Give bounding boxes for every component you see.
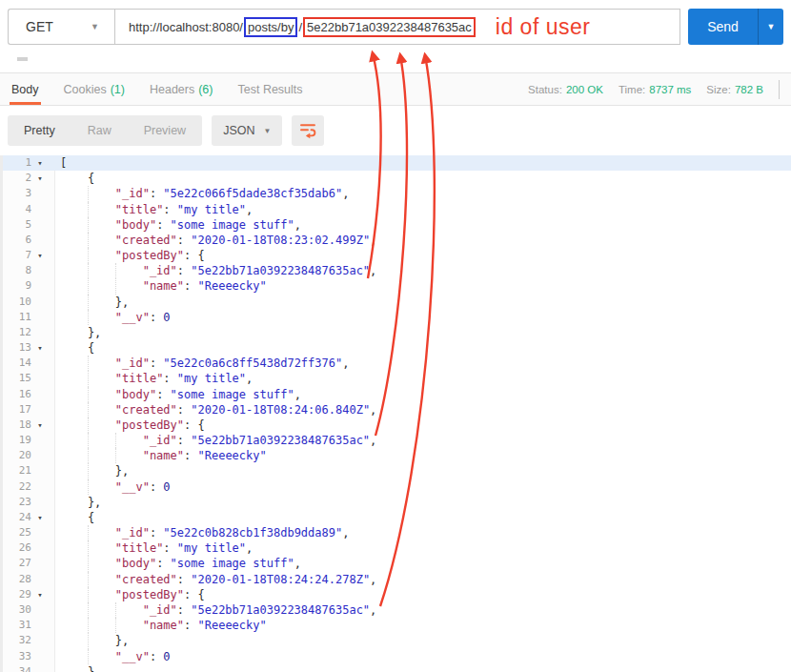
view-raw-button[interactable]: Raw bbox=[71, 115, 128, 146]
code-line: 19"_id": "5e22bb71a0392238487635ac", bbox=[0, 433, 791, 448]
gutter: 20 bbox=[0, 448, 55, 463]
code-lines: 1▾[2▾{3"_id": "5e22c066f5dade38cf35dab6"… bbox=[0, 155, 791, 672]
token-p: , bbox=[294, 218, 301, 232]
indent-guide bbox=[88, 572, 115, 587]
code-line: 26"title": "my title", bbox=[0, 540, 791, 556]
tab-label: Test Results bbox=[237, 83, 302, 96]
format-dropdown[interactable]: JSON ▼ bbox=[212, 115, 282, 146]
gutter: 17 bbox=[0, 402, 55, 417]
gutter: 5 bbox=[0, 217, 55, 233]
token-k: "__v" bbox=[115, 480, 150, 494]
line-number: 20 bbox=[3, 448, 31, 463]
token-p: : bbox=[163, 203, 176, 216]
indent-guide bbox=[88, 248, 115, 263]
gutter: 13▾ bbox=[0, 340, 55, 356]
indent-guide bbox=[88, 371, 115, 386]
token-s: "some image stuff" bbox=[171, 557, 294, 570]
meta-divider bbox=[779, 80, 780, 99]
token-k: "_id" bbox=[143, 603, 177, 617]
token-p: : bbox=[156, 218, 170, 232]
indent-guide bbox=[60, 233, 88, 248]
tab-body[interactable]: Body bbox=[11, 73, 39, 105]
background-tab-fragment bbox=[17, 57, 28, 61]
indent-guide bbox=[88, 633, 115, 648]
tab-test-results[interactable]: Test Results bbox=[237, 73, 302, 105]
gutter: 16 bbox=[0, 387, 55, 402]
view-preview-button[interactable]: Preview bbox=[128, 115, 202, 146]
tab-headers[interactable]: Headers (6) bbox=[150, 73, 213, 105]
token-k: "__v" bbox=[115, 650, 150, 663]
indent-guide bbox=[60, 556, 88, 571]
token-k: "title" bbox=[115, 541, 164, 555]
send-button[interactable]: Send bbox=[688, 9, 758, 45]
token-p: : bbox=[156, 557, 170, 570]
code-line: 24▾{ bbox=[0, 510, 791, 525]
line-content: "title": "my title", bbox=[55, 371, 253, 386]
line-content: "created": "2020-01-18T08:24:24.278Z", bbox=[55, 572, 376, 587]
line-number: 7 bbox=[3, 248, 31, 263]
code-line: 11"__v": 0 bbox=[0, 310, 791, 325]
indent-guide bbox=[60, 463, 88, 479]
code-line: 12}, bbox=[0, 325, 791, 340]
line-content: "created": "2020-01-18T08:24:06.840Z", bbox=[55, 402, 376, 417]
token-p: { bbox=[88, 511, 94, 524]
gutter: 24▾ bbox=[0, 510, 55, 525]
fold-toggle[interactable]: ▾ bbox=[31, 171, 49, 186]
token-s: "5e22bb71a0392238487635ac" bbox=[191, 603, 370, 617]
token-d: 0 bbox=[163, 311, 170, 324]
method-label: GET bbox=[26, 19, 53, 34]
fold-toggle[interactable]: ▾ bbox=[31, 510, 49, 525]
token-s: "5e22bb71a0392238487635ac" bbox=[191, 264, 370, 277]
line-content: "__v": 0 bbox=[55, 310, 171, 325]
gutter: 4 bbox=[0, 202, 55, 217]
tab-label: Body bbox=[11, 83, 39, 96]
gutter: 14 bbox=[0, 356, 55, 371]
code-line: 20"name": "Reeeecky" bbox=[0, 448, 791, 463]
indent-guide bbox=[60, 602, 88, 618]
indent-guide bbox=[60, 387, 88, 402]
token-p: { bbox=[88, 172, 94, 185]
tab-cookies[interactable]: Cookies (1) bbox=[64, 73, 125, 105]
line-number: 12 bbox=[3, 325, 31, 340]
line-content: }, bbox=[55, 633, 129, 648]
line-content: "_id": "5e22bb71a0392238487635ac", bbox=[55, 602, 376, 618]
send-options-button[interactable]: ▼ bbox=[758, 9, 783, 45]
wrap-lines-button[interactable] bbox=[292, 115, 324, 146]
indent-guide bbox=[115, 618, 143, 633]
fold-toggle[interactable]: ▾ bbox=[31, 340, 49, 356]
code-line: 16"body": "some image stuff", bbox=[0, 387, 791, 402]
gutter: 6 bbox=[0, 233, 55, 248]
indent-guide bbox=[60, 495, 88, 510]
fold-toggle[interactable]: ▾ bbox=[31, 248, 49, 263]
tab-label: Headers bbox=[150, 83, 194, 96]
line-number: 2 bbox=[3, 171, 31, 186]
method-dropdown[interactable]: GET ▼ bbox=[8, 9, 114, 45]
gutter: 1▾ bbox=[0, 155, 55, 171]
url-input[interactable]: http://localhost:8080/ posts/by / 5e22bb… bbox=[114, 9, 680, 45]
token-k: "_id" bbox=[115, 187, 150, 200]
indent-guide bbox=[88, 649, 115, 664]
indent-guide bbox=[88, 556, 115, 571]
indent-guide bbox=[60, 248, 88, 263]
view-pretty-button[interactable]: Pretty bbox=[8, 115, 71, 146]
token-k: "created" bbox=[115, 234, 177, 247]
status-value: 200 OK bbox=[566, 84, 603, 95]
gutter: 18▾ bbox=[0, 417, 55, 433]
token-p: : bbox=[150, 311, 163, 324]
token-p: { bbox=[88, 341, 94, 355]
token-p: }, bbox=[88, 326, 101, 339]
line-number: 8 bbox=[3, 263, 31, 278]
line-number: 25 bbox=[3, 525, 31, 540]
indent-guide bbox=[88, 263, 115, 278]
line-number: 14 bbox=[3, 356, 31, 371]
indent-guide bbox=[115, 278, 143, 294]
code-line: 33"__v": 0 bbox=[0, 649, 791, 664]
token-p: : bbox=[177, 264, 191, 277]
time-value: 8737 ms bbox=[649, 84, 691, 95]
line-number: 16 bbox=[3, 387, 31, 402]
fold-toggle[interactable]: ▾ bbox=[31, 587, 49, 602]
token-p: , bbox=[342, 526, 349, 540]
fold-toggle[interactable]: ▾ bbox=[31, 155, 49, 171]
fold-toggle[interactable]: ▾ bbox=[31, 417, 49, 433]
line-number: 17 bbox=[3, 402, 31, 417]
